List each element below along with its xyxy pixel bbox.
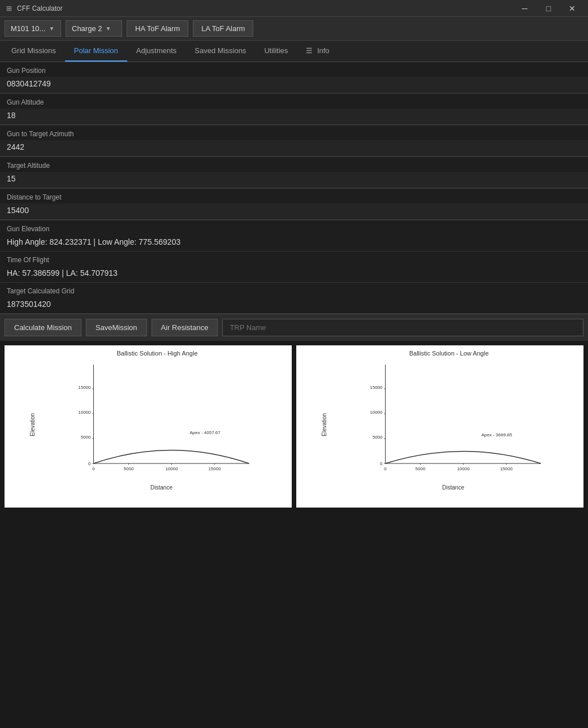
la-alarm-button[interactable]: LA ToF Alarm xyxy=(193,20,253,37)
tab-grid-missions[interactable]: Grid Missions xyxy=(2,41,65,62)
tof-label: Time Of Flight xyxy=(0,252,588,266)
gun-position-group: Gun Position xyxy=(0,62,588,94)
target-grid-group: Target Calculated Grid 1873501420 xyxy=(0,283,588,314)
mortar-arrow-icon: ▼ xyxy=(49,25,54,32)
target-grid-value: 1873501420 xyxy=(0,297,588,313)
titlebar: ⊞ CFF Calculator ─ □ ✕ xyxy=(0,0,588,17)
svg-text:Apex - 4057.67: Apex - 4057.67 xyxy=(190,430,221,435)
low-angle-chart: Ballistic Solution - Low Angle Elevation… xyxy=(296,345,583,508)
distance-input[interactable] xyxy=(0,203,588,220)
target-altitude-input[interactable] xyxy=(0,172,588,188)
svg-text:5000: 5000 xyxy=(416,466,426,471)
air-resistance-button[interactable]: Air Resistance xyxy=(152,319,218,336)
high-angle-chart: Ballistic Solution - High Angle Elevatio… xyxy=(5,345,292,508)
gun-altitude-label: Gun Altitude xyxy=(0,94,588,109)
svg-text:15000: 15000 xyxy=(370,385,383,390)
minimize-button[interactable]: ─ xyxy=(513,0,536,17)
gun-position-label: Gun Position xyxy=(0,62,588,77)
tab-info-label: Info xyxy=(317,46,330,55)
bottom-bar: Calculate Mission SaveMission Air Resist… xyxy=(0,314,588,341)
gun-altitude-input[interactable] xyxy=(0,109,588,125)
charts-row: Ballistic Solution - High Angle Elevatio… xyxy=(0,341,588,512)
distance-label: Distance to Target xyxy=(0,189,588,203)
tof-value: HA: 57.386599 | LA: 54.707913 xyxy=(0,266,588,282)
svg-text:5000: 5000 xyxy=(124,466,134,471)
svg-text:10000: 10000 xyxy=(370,410,383,415)
svg-text:15000: 15000 xyxy=(78,385,91,390)
ha-alarm-button[interactable]: HA ToF Alarm xyxy=(127,20,188,37)
distance-group: Distance to Target xyxy=(0,189,588,220)
svg-text:0: 0 xyxy=(92,466,95,471)
tab-utilities[interactable]: Utilities xyxy=(255,41,297,62)
target-grid-label: Target Calculated Grid xyxy=(0,283,588,297)
high-angle-x-label: Distance xyxy=(36,484,287,491)
low-angle-svg: 0 5000 10000 15000 0 5000 10000 15000 xyxy=(327,359,579,483)
high-angle-svg: 0 5000 10000 15000 0 5000 10000 15000 xyxy=(36,359,287,483)
charge-arrow-icon: ▼ xyxy=(105,25,111,32)
save-button[interactable]: SaveMission xyxy=(86,319,147,336)
tof-group: Time Of Flight HA: 57.386599 | LA: 54.70… xyxy=(0,252,588,283)
close-button[interactable]: ✕ xyxy=(561,0,583,17)
tab-saved-missions[interactable]: Saved Missions xyxy=(185,41,255,62)
gun-elevation-group: Gun Elevation High Angle: 824.232371 | L… xyxy=(0,220,588,252)
tab-adjustments-label: Adjustments xyxy=(136,46,177,55)
info-icon: ☰ xyxy=(306,46,313,55)
svg-text:0: 0 xyxy=(384,466,387,471)
tab-polar-mission-label: Polar Mission xyxy=(74,46,118,55)
svg-text:15000: 15000 xyxy=(500,466,513,471)
charge-label: Charge 2 xyxy=(72,24,102,33)
svg-text:10000: 10000 xyxy=(457,466,470,471)
gun-elevation-value: High Angle: 824.232371 | Low Angle: 775.… xyxy=(0,235,588,251)
low-angle-x-label: Distance xyxy=(327,484,579,491)
svg-text:0: 0 xyxy=(88,461,91,466)
svg-text:15000: 15000 xyxy=(208,466,221,471)
high-angle-y-label: Elevation xyxy=(27,359,36,491)
high-angle-chart-title: Ballistic Solution - High Angle xyxy=(27,350,287,357)
azimuth-input[interactable] xyxy=(0,140,588,157)
mortar-dropdown[interactable]: M101 10... ▼ xyxy=(5,20,61,37)
mortar-label: M101 10... xyxy=(11,24,45,33)
tab-adjustments[interactable]: Adjustments xyxy=(127,41,186,62)
azimuth-group: Gun to Target Azimuth xyxy=(0,125,588,157)
gun-elevation-label: Gun Elevation xyxy=(0,220,588,235)
tab-grid-missions-label: Grid Missions xyxy=(11,46,56,55)
charge-dropdown[interactable]: Charge 2 ▼ xyxy=(66,20,122,37)
main-content: Gun Position Gun Altitude Gun to Target … xyxy=(0,62,588,314)
low-angle-y-label: Elevation xyxy=(319,359,327,491)
target-altitude-group: Target Altitude xyxy=(0,157,588,189)
tab-saved-missions-label: Saved Missions xyxy=(194,46,246,55)
app-title: CFF Calculator xyxy=(17,5,513,12)
toolbar: M101 10... ▼ Charge 2 ▼ HA ToF Alarm LA … xyxy=(0,17,588,41)
target-altitude-label: Target Altitude xyxy=(0,157,588,172)
svg-text:Apex - 3689.85: Apex - 3689.85 xyxy=(482,432,513,437)
svg-text:0: 0 xyxy=(380,461,383,466)
gun-altitude-group: Gun Altitude xyxy=(0,94,588,125)
tab-bar: Grid Missions Polar Mission Adjustments … xyxy=(0,41,588,62)
maximize-button[interactable]: □ xyxy=(537,0,560,17)
trp-name-input[interactable] xyxy=(222,319,583,336)
low-angle-chart-title: Ballistic Solution - Low Angle xyxy=(319,350,579,357)
calculate-button[interactable]: Calculate Mission xyxy=(5,319,81,336)
tab-utilities-label: Utilities xyxy=(264,46,288,55)
svg-text:10000: 10000 xyxy=(78,410,91,415)
app-icon: ⊞ xyxy=(5,4,14,13)
gun-position-input[interactable] xyxy=(0,77,588,93)
tab-info[interactable]: ☰ Info xyxy=(297,41,338,62)
azimuth-label: Gun to Target Azimuth xyxy=(0,125,588,140)
tab-polar-mission[interactable]: Polar Mission xyxy=(65,41,127,62)
svg-text:5000: 5000 xyxy=(373,435,383,440)
svg-text:5000: 5000 xyxy=(81,435,91,440)
window-controls: ─ □ ✕ xyxy=(513,0,583,17)
svg-text:10000: 10000 xyxy=(165,466,178,471)
